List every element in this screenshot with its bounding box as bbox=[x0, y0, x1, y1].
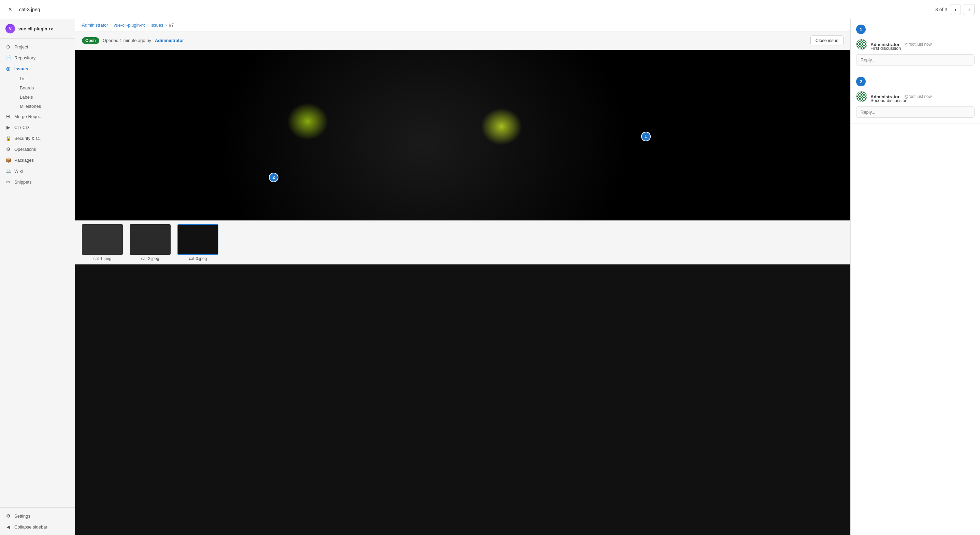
user-handle-2: @root just now bbox=[904, 94, 932, 99]
sidebar-item-milestones[interactable]: Milestones bbox=[14, 102, 75, 111]
thumb-label-2: cat-2.jpeg bbox=[130, 256, 170, 261]
sidebar-nav: ⊙ Project 📄 Repository ◎ Issues List Boa… bbox=[0, 38, 75, 507]
thumb-label-3: cat-3.jpeg bbox=[177, 256, 218, 261]
close-viewer-button[interactable]: × bbox=[5, 5, 15, 14]
pin-marker-2[interactable]: 2 bbox=[269, 173, 278, 182]
sidebar-item-snippets[interactable]: ✂ Snippets bbox=[0, 177, 75, 187]
snippets-icon: ✂ bbox=[5, 179, 11, 185]
thumb-box-2 bbox=[130, 224, 170, 255]
thumb-label-1: cat-1.jpeg bbox=[82, 256, 123, 261]
packages-icon: 📦 bbox=[5, 157, 11, 163]
breadcrumb: Administrator › vue-cli-plugin-rx › Issu… bbox=[82, 22, 174, 28]
reply-input-1[interactable] bbox=[856, 54, 975, 65]
sidebar-item-merge-requests[interactable]: ⊞ Merge Requ... bbox=[0, 111, 75, 122]
discussion-2: 2 Administrator @root just now Second di… bbox=[851, 71, 980, 124]
breadcrumb-sep2: › bbox=[147, 22, 148, 28]
breadcrumb-repo[interactable]: vue-cli-plugin-rx bbox=[114, 22, 145, 28]
breadcrumb-issue-number: #7 bbox=[169, 22, 174, 28]
sidebar-item-label: Wiki bbox=[14, 169, 23, 174]
content-area: Administrator › vue-cli-plugin-rx › Issu… bbox=[75, 19, 850, 535]
topbar-left: × cat-3.jpeg bbox=[5, 5, 40, 14]
project-icon: ⊙ bbox=[5, 44, 11, 49]
sidebar-item-issues[interactable]: ◎ Issues bbox=[0, 63, 75, 74]
pin-marker-1[interactable]: 1 bbox=[641, 132, 651, 141]
thumb-box-1 bbox=[82, 224, 123, 255]
sidebar-item-packages[interactable]: 📦 Packages bbox=[0, 154, 75, 166]
image-viewer-area[interactable]: 1 2 cat-1.jpeg cat-2.jpeg bbox=[75, 50, 850, 535]
cat-image: 1 2 bbox=[75, 50, 850, 220]
user-handle-1: @root just now bbox=[904, 42, 932, 47]
reply-input-2[interactable] bbox=[856, 107, 975, 118]
image-counter: 3 of 3 bbox=[935, 7, 947, 12]
brand-avatar: V bbox=[5, 24, 15, 33]
prev-image-button[interactable]: ‹ bbox=[950, 4, 961, 15]
issue-meta: Opened 1 minute ago by Administrator bbox=[103, 38, 184, 43]
sidebar-item-label: CI / CD bbox=[14, 125, 29, 130]
sidebar-item-label: Snippets bbox=[14, 180, 32, 185]
sidebar-item-project[interactable]: ⊙ Project bbox=[0, 41, 75, 52]
sidebar-item-label: Security & C... bbox=[14, 136, 43, 141]
discussion-content-2: Administrator @root just now Second disc… bbox=[856, 90, 975, 118]
right-panel: 1 Administrator @root just now First dis… bbox=[850, 19, 980, 535]
issues-subnav: List Boards Labels Milestones bbox=[0, 74, 75, 111]
thumbnail-strip: cat-1.jpeg cat-2.jpeg cat-3.jpeg bbox=[75, 220, 850, 264]
collapse-icon: ◀ bbox=[5, 524, 11, 530]
merge-icon: ⊞ bbox=[5, 114, 11, 119]
security-icon: 🔒 bbox=[5, 135, 11, 141]
sidebar-item-list[interactable]: List bbox=[14, 74, 75, 83]
breadcrumb-bar: Administrator › vue-cli-plugin-rx › Issu… bbox=[75, 19, 850, 31]
sidebar-item-label: Settings bbox=[14, 514, 30, 519]
breadcrumb-sep3: › bbox=[165, 22, 167, 28]
discussion-marker-2[interactable]: 2 bbox=[856, 77, 866, 86]
breadcrumb-admin[interactable]: Administrator bbox=[82, 22, 108, 28]
sidebar-item-label: Packages bbox=[14, 158, 34, 163]
breadcrumb-sep: › bbox=[110, 22, 111, 28]
sidebar-item-security[interactable]: 🔒 Security & C... bbox=[0, 133, 75, 144]
brand-name: vue-cli-plugin-rx bbox=[18, 26, 53, 31]
sidebar: V vue-cli-plugin-rx ⊙ Project 📄 Reposito… bbox=[0, 19, 75, 535]
sidebar-brand: V vue-cli-plugin-rx bbox=[0, 19, 75, 38]
discussion-content-1: Administrator @root just now First discu… bbox=[856, 38, 975, 65]
ci-icon: ▶ bbox=[5, 124, 11, 130]
issue-header-bar: Open Opened 1 minute ago by Administrato… bbox=[75, 31, 850, 50]
image-viewer-topbar: × cat-3.jpeg 3 of 3 ‹ › bbox=[0, 0, 980, 19]
sidebar-item-label: Operations bbox=[14, 147, 36, 152]
sidebar-item-wiki[interactable]: 📖 Wiki bbox=[0, 166, 75, 177]
sidebar-item-boards[interactable]: Boards bbox=[14, 83, 75, 92]
sidebar-bottom: ⚙ Settings ◀ Collapse sidebar bbox=[0, 507, 75, 535]
sidebar-item-labels[interactable]: Labels bbox=[14, 92, 75, 102]
sidebar-item-collapse[interactable]: ◀ Collapse sidebar bbox=[0, 521, 75, 532]
breadcrumb-issues[interactable]: Issues bbox=[151, 22, 164, 28]
operations-icon: ⚙ bbox=[5, 146, 11, 152]
avatar-1 bbox=[856, 39, 867, 50]
sidebar-item-label: Merge Requ... bbox=[14, 114, 42, 119]
viewer-filename: cat-3.jpeg bbox=[19, 7, 40, 12]
discussion-marker-1[interactable]: 1 bbox=[856, 25, 866, 34]
thumbnail-3[interactable]: cat-3.jpeg bbox=[177, 224, 218, 261]
sidebar-item-repository[interactable]: 📄 Repository bbox=[0, 52, 75, 63]
thumb-box-3 bbox=[177, 224, 218, 255]
repository-icon: 📄 bbox=[5, 55, 11, 61]
sidebar-item-label: Issues bbox=[14, 66, 28, 71]
sidebar-item-operations[interactable]: ⚙ Operations bbox=[0, 144, 75, 154]
sidebar-item-ci-cd[interactable]: ▶ CI / CD bbox=[0, 122, 75, 133]
discussion-1: 1 Administrator @root just now First dis… bbox=[851, 19, 980, 71]
pin-number: 1 bbox=[644, 134, 647, 139]
settings-icon: ⚙ bbox=[5, 513, 11, 519]
thumbnail-2[interactable]: cat-2.jpeg bbox=[130, 224, 170, 261]
status-badge: Open bbox=[82, 37, 99, 44]
issue-header-left: Open Opened 1 minute ago by Administrato… bbox=[82, 37, 184, 44]
discussion-number: 1 bbox=[859, 27, 862, 32]
thumbnail-1[interactable]: cat-1.jpeg bbox=[82, 224, 123, 261]
issue-author: Administrator bbox=[155, 38, 184, 43]
next-image-button[interactable]: › bbox=[964, 4, 975, 15]
discussion-number: 2 bbox=[859, 79, 862, 84]
pin-number: 2 bbox=[273, 175, 275, 180]
sidebar-item-settings[interactable]: ⚙ Settings bbox=[0, 510, 75, 521]
sidebar-item-label: Collapse sidebar bbox=[14, 524, 48, 530]
sidebar-item-label: Project bbox=[14, 45, 28, 49]
close-issue-button[interactable]: Close issue bbox=[810, 35, 843, 45]
wiki-icon: 📖 bbox=[5, 168, 11, 174]
main-layout: V vue-cli-plugin-rx ⊙ Project 📄 Reposito… bbox=[0, 0, 980, 535]
issues-icon: ◎ bbox=[5, 66, 11, 71]
